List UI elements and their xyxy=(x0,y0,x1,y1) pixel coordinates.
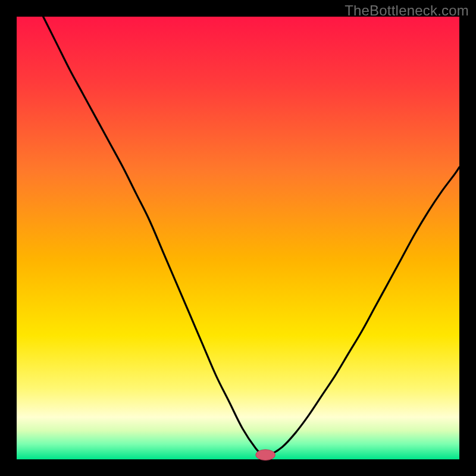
optimal-marker xyxy=(256,450,275,461)
watermark-text: TheBottleneck.com xyxy=(345,2,469,19)
bottleneck-chart xyxy=(0,0,476,476)
chart-frame: { "watermark": "TheBottleneck.com", "col… xyxy=(0,0,476,476)
gradient-background xyxy=(17,17,459,459)
